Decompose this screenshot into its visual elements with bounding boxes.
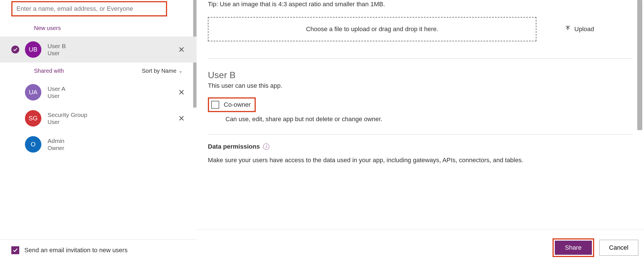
user-role: User xyxy=(48,119,175,125)
image-tip-text: Tip: Use an image that is 4:3 aspect rat… xyxy=(208,0,633,10)
divider xyxy=(208,134,633,134)
user-role: Owner xyxy=(48,145,188,151)
email-invite-label: Send an email invitation to new users xyxy=(24,247,127,254)
divider xyxy=(208,58,633,59)
coowner-checkbox[interactable] xyxy=(211,101,219,109)
avatar: O xyxy=(25,136,41,153)
share-left-panel: New users UB User B User ✕ Shared with S… xyxy=(0,0,197,261)
user-name: User A xyxy=(48,85,175,92)
upload-dropzone[interactable]: Choose a file to upload or drag and drop… xyxy=(208,17,536,41)
avatar: UA xyxy=(25,84,41,100)
user-role: User xyxy=(48,93,175,99)
new-users-header: New users xyxy=(0,20,197,37)
people-search-input[interactable] xyxy=(11,1,167,16)
remove-user-button[interactable]: ✕ xyxy=(175,88,188,97)
user-name: User B xyxy=(48,43,175,50)
data-permissions-description: Make sure your users have access to the … xyxy=(208,157,633,164)
shared-user-row[interactable]: SG Security Group User ✕ xyxy=(0,105,197,131)
user-name: Security Group xyxy=(48,112,175,118)
sort-by-dropdown[interactable]: Sort by Name ⌄ xyxy=(142,68,182,74)
selected-user-title: User B xyxy=(208,70,633,80)
shared-user-row[interactable]: UA User A User ✕ xyxy=(0,79,197,105)
user-role: User xyxy=(48,50,175,57)
shared-user-row[interactable]: O Admin Owner xyxy=(0,131,197,157)
chevron-down-icon: ⌄ xyxy=(179,68,182,74)
shared-with-header: Shared with xyxy=(34,68,64,74)
coowner-description: Can use, edit, share app but not delete … xyxy=(225,115,633,123)
upload-icon xyxy=(565,25,571,33)
data-permissions-title: Data permissions xyxy=(208,143,260,150)
selected-check-icon xyxy=(11,46,19,54)
coowner-option[interactable]: Co-owner xyxy=(208,97,256,112)
email-invite-row[interactable]: Send an email invitation to new users xyxy=(0,239,197,261)
right-scrollbar[interactable] xyxy=(637,0,642,130)
avatar: UB xyxy=(25,41,41,58)
cancel-button[interactable]: Cancel xyxy=(599,240,638,256)
coowner-label: Co-owner xyxy=(224,101,251,108)
share-right-panel: Tip: Use an image that is 4:3 aspect rat… xyxy=(197,0,644,261)
remove-user-button[interactable]: ✕ xyxy=(175,114,188,123)
divider xyxy=(197,230,644,230)
selected-user-subtitle: This user can use this app. xyxy=(208,82,633,89)
share-button[interactable]: Share xyxy=(555,241,592,255)
remove-user-button[interactable]: ✕ xyxy=(175,45,188,54)
new-user-row[interactable]: UB User B User ✕ xyxy=(0,37,197,63)
sort-by-label: Sort by Name xyxy=(142,68,176,74)
upload-label: Upload xyxy=(574,25,594,33)
avatar: SG xyxy=(25,110,41,127)
user-name: Admin xyxy=(48,138,188,144)
upload-button[interactable]: Upload xyxy=(565,25,594,33)
info-icon[interactable]: i xyxy=(263,144,269,150)
email-invite-checkbox[interactable] xyxy=(11,246,19,254)
